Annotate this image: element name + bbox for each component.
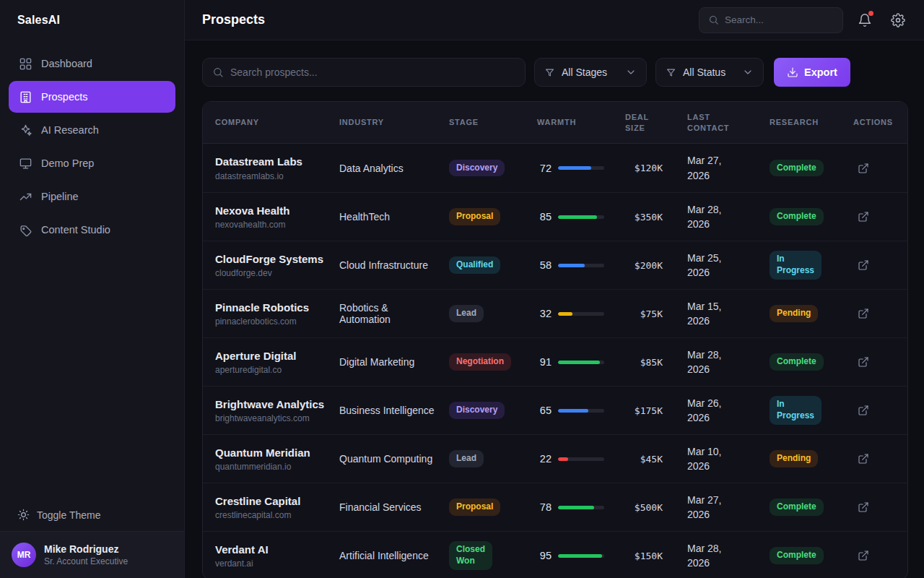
stage-badge: Closed Won <box>449 541 492 569</box>
export-button[interactable]: Export <box>774 58 850 87</box>
table-row[interactable]: CloudForge Systemscloudforge.devCloud In… <box>203 241 907 289</box>
stage-cell: Lead <box>449 305 537 322</box>
ai-research-icon <box>19 124 32 137</box>
open-prospect-button[interactable] <box>853 400 873 420</box>
chevron-down-icon <box>742 66 754 78</box>
status-filter-dropdown[interactable]: All Status <box>655 58 764 87</box>
user-card[interactable]: MR Mike Rodriguez Sr. Account Executive <box>0 531 184 578</box>
table-row[interactable]: Quantum Meridianquantummeridian.ioQuantu… <box>203 434 907 483</box>
open-prospect-button[interactable] <box>853 545 873 566</box>
warmth-bar <box>558 361 604 364</box>
open-prospect-button[interactable] <box>853 303 873 324</box>
warmth-value: 91 <box>537 356 552 368</box>
chevron-down-icon <box>625 66 637 78</box>
sidebar-item-content-studio[interactable]: Content Studio <box>9 214 175 246</box>
user-name: Mike Rodriguez <box>44 543 128 555</box>
warmth-cell: 78 <box>537 501 625 513</box>
company-domain: verdant.ai <box>215 558 331 569</box>
research-cell: Complete <box>770 499 853 516</box>
research-status-badge: In Progress <box>770 396 821 424</box>
notifications-button[interactable] <box>853 9 876 32</box>
warmth-value: 95 <box>537 550 552 561</box>
research-cell: Complete <box>770 353 853 371</box>
industry-cell: HealthTech <box>339 211 449 223</box>
warmth-bar-fill <box>558 554 602 558</box>
open-prospect-button[interactable] <box>853 449 873 469</box>
page-title: Prospects <box>202 12 265 27</box>
sidebar-item-prospects[interactable]: Prospects <box>9 81 175 113</box>
company-name: Pinnacle Robotics <box>215 301 331 315</box>
warmth-bar-fill <box>558 361 600 364</box>
stage-filter-dropdown[interactable]: All Stages <box>534 58 647 87</box>
user-info: Mike Rodriguez Sr. Account Executive <box>44 543 128 566</box>
stage-cell: Lead <box>449 450 537 467</box>
warmth-bar-fill <box>558 457 568 461</box>
open-prospect-button[interactable] <box>853 255 873 275</box>
prospects-search-input[interactable] <box>230 66 515 78</box>
open-prospect-button[interactable] <box>853 207 873 227</box>
search-icon <box>708 14 719 25</box>
warmth-cell: 72 <box>537 163 625 174</box>
global-search-input[interactable] <box>725 14 834 25</box>
warmth-bar-fill <box>558 506 594 509</box>
industry-cell: Artificial Intelligence <box>339 550 449 561</box>
external-link-icon <box>858 308 869 319</box>
column-header-text: ACTIONS <box>853 117 893 128</box>
stage-badge: Proposal <box>449 499 500 516</box>
theme-toggle[interactable]: Toggle Theme <box>0 499 184 531</box>
company-domain: cloudforge.dev <box>215 268 331 278</box>
settings-button[interactable] <box>886 9 910 32</box>
content: All Stages All Status Export COMPANYINDU… <box>185 40 924 578</box>
table-row[interactable]: Aperture Digitalaperturedigital.coDigita… <box>203 337 907 386</box>
column-header-text: STAGE <box>449 117 479 128</box>
warmth-bar <box>558 409 604 413</box>
external-link-icon <box>858 405 869 416</box>
stage-badge: Proposal <box>449 208 500 225</box>
sidebar-item-pipeline[interactable]: Pipeline <box>9 181 175 212</box>
last-contact-text: Mar 28, 2026 <box>687 348 733 377</box>
table-row[interactable]: Pinnacle Roboticspinnaclerobotics.comRob… <box>203 289 907 337</box>
sidebar-item-demo-prep[interactable]: Demo Prep <box>9 147 175 179</box>
stage-cell: Proposal <box>449 208 537 225</box>
sidebar-item-label: Demo Prep <box>41 158 94 169</box>
open-prospect-button[interactable] <box>853 158 873 178</box>
table-row[interactable]: Brightwave Analyticsbrightwaveanalytics.… <box>203 386 907 434</box>
demo-prep-icon <box>19 157 32 171</box>
warmth-cell: 32 <box>537 308 625 319</box>
actions-cell <box>853 303 907 324</box>
sidebar-item-dashboard[interactable]: Dashboard <box>9 48 175 79</box>
user-role: Sr. Account Executive <box>44 556 128 566</box>
table-row[interactable]: Verdant AIverdant.aiArtificial Intellige… <box>203 531 907 578</box>
theme-toggle-label: Toggle Theme <box>37 509 100 521</box>
search-icon <box>212 66 224 78</box>
external-link-icon <box>858 163 869 174</box>
open-prospect-button[interactable] <box>853 497 873 517</box>
toolbar: All Stages All Status Export <box>202 58 908 87</box>
company-cell: Datastream Labsdatastreamlabs.io <box>203 155 339 181</box>
industry-cell: Digital Marketing <box>339 356 449 368</box>
research-cell: Complete <box>770 208 853 225</box>
table-row[interactable]: Nexova Healthnexovahealth.comHealthTechP… <box>203 192 907 241</box>
open-prospect-button[interactable] <box>853 352 873 372</box>
last-contact-cell: Mar 27, 2026 <box>687 493 770 522</box>
company-name: CloudForge Systems <box>215 252 331 267</box>
table-row[interactable]: Datastream Labsdatastreamlabs.ioData Ana… <box>203 144 907 192</box>
warmth-value: 72 <box>537 163 552 174</box>
actions-cell <box>853 545 907 566</box>
stage-cell: Discovery <box>449 160 537 177</box>
table-row[interactable]: Crestline Capitalcrestlinecapital.comFin… <box>203 483 907 531</box>
research-cell: Pending <box>770 450 853 467</box>
filter-icon <box>544 67 555 78</box>
sidebar-item-ai-research[interactable]: AI Research <box>9 114 175 146</box>
warmth-bar-fill <box>558 166 591 170</box>
avatar: MR <box>12 543 36 567</box>
warmth-bar <box>558 457 604 461</box>
company-domain: datastreamlabs.io <box>215 171 331 181</box>
industry-cell: Business Intelligence <box>339 405 449 416</box>
last-contact-text: Mar 15, 2026 <box>687 299 733 329</box>
theme-icon <box>17 509 30 521</box>
table-header-row: COMPANYINDUSTRYSTAGEWARMTHDEAL SIZELAST … <box>203 102 907 144</box>
deal-size-cell: $85K <box>625 357 687 368</box>
column-header-company: COMPANY <box>203 117 339 128</box>
research-cell: Complete <box>770 160 853 177</box>
